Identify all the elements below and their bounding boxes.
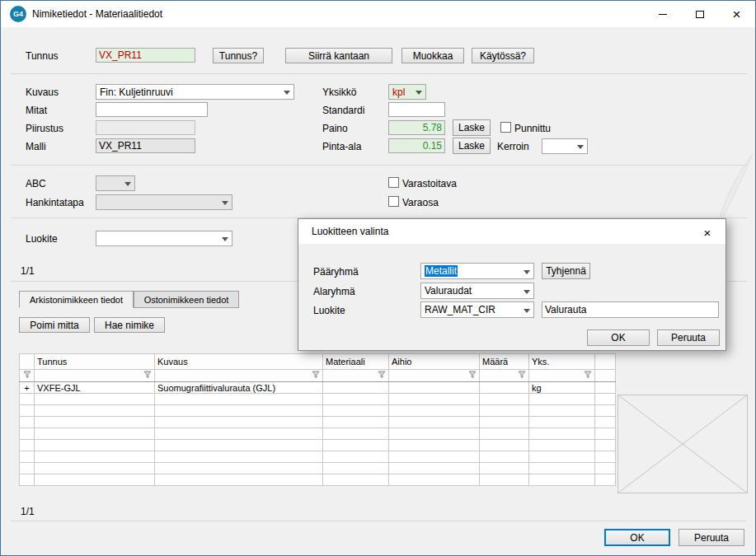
pinta-ala-label: Pinta-ala <box>322 141 361 152</box>
tab-ostonimikkeen-tiedot[interactable]: Ostonimikkeen tiedot <box>134 291 239 308</box>
siirra-kantaan-button[interactable]: Siirrä kantaan <box>285 48 392 63</box>
malli-label: Malli <box>26 141 46 152</box>
filter-funnel-icon[interactable] <box>143 371 152 379</box>
tab-arkistonimikkeen-tiedot[interactable]: Arkistonimikkeen tiedot <box>19 291 134 308</box>
standardi-input[interactable] <box>388 102 445 117</box>
cell-materiaali <box>323 382 389 394</box>
tunnus-query-button[interactable]: Tunnus? <box>213 48 264 63</box>
peruuta-button[interactable]: Peruuta <box>679 529 744 546</box>
yksikko-combobox[interactable]: kpl <box>388 84 426 100</box>
hae-nimike-button[interactable]: Hae nimike <box>94 317 165 333</box>
chevron-down-icon <box>222 237 228 241</box>
maximize-button[interactable] <box>681 1 718 27</box>
close-button[interactable]: × <box>718 1 755 27</box>
empty-row <box>20 417 616 428</box>
luokite-combobox[interactable] <box>96 231 232 246</box>
ok-button[interactable]: OK <box>604 529 670 546</box>
divider <box>11 165 747 166</box>
filter-funnel-icon[interactable] <box>312 371 320 379</box>
kuvaus-value: Fin: Kuljetinruuvi <box>100 86 279 98</box>
tyhjenna-button[interactable]: Tyhjennä <box>542 263 590 279</box>
close-icon: × <box>733 7 741 21</box>
minimize-icon <box>659 14 667 15</box>
filter-cell <box>323 370 389 382</box>
empty-row <box>20 474 616 486</box>
chevron-down-icon <box>124 182 131 186</box>
col-kuvaus[interactable]: Kuvaus <box>155 354 323 370</box>
filter-cell <box>155 370 323 382</box>
piirustus-input <box>96 120 195 135</box>
table-header-row: Tunnus Kuvaus Materiaali Aihio Määrä Yks… <box>20 354 616 370</box>
col-tunnus[interactable]: Tunnus <box>35 354 155 370</box>
col-yks[interactable]: Yks. <box>529 354 595 370</box>
paaryhma-value: Metallit <box>425 265 458 277</box>
dialog-luokite-value: RAW_MAT_CIR <box>425 304 519 315</box>
paino-input[interactable] <box>388 120 445 135</box>
col-aihio[interactable]: Aihio <box>389 354 480 370</box>
table-pager: 1/1 <box>21 506 35 517</box>
tunnus-input[interactable] <box>96 48 195 63</box>
col-maara[interactable]: Määrä <box>480 354 529 370</box>
form-pager: 1/1 <box>21 265 35 277</box>
filter-cell <box>389 370 480 382</box>
empty-row <box>20 451 616 463</box>
dialog-title: Luokitteen valinta <box>312 226 388 237</box>
mitat-input[interactable] <box>96 102 208 117</box>
alaryhma-label: Alaryhmä <box>313 286 355 297</box>
cell-maara <box>480 382 529 394</box>
pinta-ala-input[interactable] <box>388 138 445 153</box>
dialog-luokite-label: Luokite <box>313 305 345 316</box>
varaosa-checkbox[interactable] <box>388 196 399 207</box>
dialog-close-button[interactable]: × <box>699 224 716 241</box>
alaryhma-combobox[interactable]: Valuraudat <box>420 283 534 299</box>
filter-funnel-icon[interactable] <box>23 371 31 379</box>
abc-combobox[interactable] <box>96 175 135 191</box>
filter-funnel-icon[interactable] <box>518 371 526 379</box>
dialog-luokite-combobox[interactable]: RAW_MAT_CIR <box>420 301 534 318</box>
col-materiaali[interactable]: Materiaali <box>323 354 389 370</box>
varastoitava-checkbox[interactable] <box>388 177 399 188</box>
title-bar: G4 Nimiketiedot - Materiaalitiedot × <box>1 1 755 27</box>
empty-row <box>20 440 616 451</box>
table-row[interactable]: + VXFE-GJL Suomugrafiittivalurauta (GJL)… <box>20 382 616 394</box>
image-placeholder <box>617 395 748 493</box>
dialog-title-bar: Luokitteen valinta × <box>298 219 725 244</box>
yksikko-value: kpl <box>392 86 411 98</box>
row-expand-toggle[interactable]: + <box>20 382 35 394</box>
kuvaus-label: Kuvaus <box>26 86 59 98</box>
filter-funnel-icon[interactable] <box>378 371 386 379</box>
dialog-peruuta-button[interactable]: Peruuta <box>657 329 720 346</box>
luokite-label: Luokite <box>26 233 58 245</box>
filter-funnel-icon[interactable] <box>584 371 592 379</box>
cell-aihio <box>389 382 480 394</box>
kaytossa-button[interactable]: Käytössä? <box>472 48 534 63</box>
hankintatapa-combobox[interactable] <box>96 194 232 210</box>
empty-row <box>20 463 616 474</box>
piirustus-label: Piirustus <box>26 123 63 134</box>
luokite-name-input[interactable] <box>542 301 719 318</box>
poimi-mitta-button[interactable]: Poimi mitta <box>19 317 90 333</box>
kerroin-combobox[interactable] <box>542 138 588 154</box>
empty-row <box>20 394 616 405</box>
kuvaus-combobox[interactable]: Fin: Kuljetinruuvi <box>96 84 294 100</box>
app-logo-icon: G4 <box>10 6 26 22</box>
kerroin-label: Kerroin <box>497 141 529 152</box>
laske-paino-button[interactable]: Laske <box>453 119 491 136</box>
filter-funnel-icon[interactable] <box>468 371 477 379</box>
chevron-down-icon <box>284 91 290 95</box>
minimize-button[interactable] <box>644 1 681 27</box>
punnittu-checkbox[interactable] <box>500 122 511 133</box>
col-expand <box>20 354 35 370</box>
dialog-ok-button[interactable]: OK <box>587 329 650 346</box>
chevron-down-icon <box>524 309 530 313</box>
alaryhma-value: Valuraudat <box>425 285 519 297</box>
chevron-down-icon <box>222 201 228 205</box>
chevron-down-icon <box>577 145 584 149</box>
standardi-label: Standardi <box>322 105 364 116</box>
maximize-icon <box>696 11 704 18</box>
close-icon: × <box>704 226 711 240</box>
cell-kuvaus: Suomugrafiittivalurauta (GJL) <box>155 382 323 394</box>
laske-pinta-ala-button[interactable]: Laske <box>453 138 491 154</box>
muokkaa-button[interactable]: Muokkaa <box>401 48 464 63</box>
paaryhma-combobox[interactable]: Metallit <box>420 263 534 279</box>
